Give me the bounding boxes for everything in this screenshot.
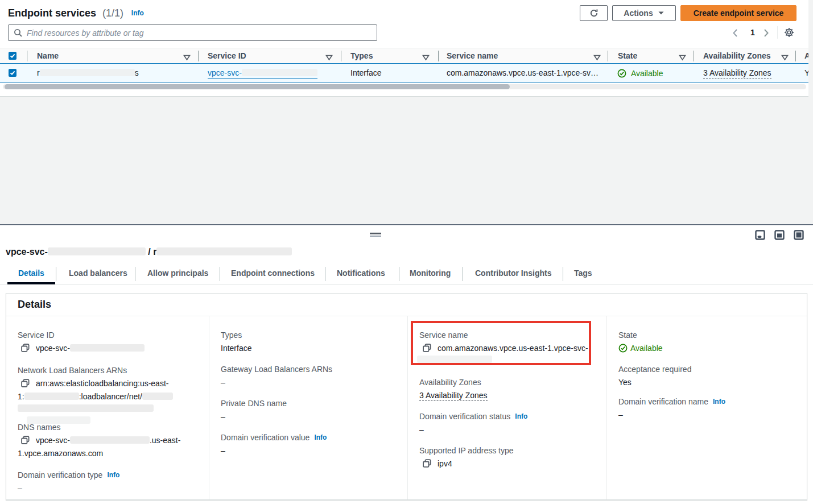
availability-zones-link[interactable]: 3 Availability Zones xyxy=(419,391,488,401)
column-header-types[interactable]: Types xyxy=(350,51,373,60)
filter-icon-name[interactable] xyxy=(183,53,191,63)
panel-size-medium-icon[interactable] xyxy=(774,230,785,240)
field-service-id: Service ID vpce-svc- xyxy=(18,330,197,356)
tab-monitoring[interactable]: Monitoring xyxy=(410,268,451,278)
panel-size-large-icon[interactable] xyxy=(794,230,804,240)
redacted-text xyxy=(70,344,145,352)
column-divider[interactable] xyxy=(795,51,796,61)
horizontal-scrollbar-thumb[interactable] xyxy=(5,84,510,89)
tab-contributor-insights[interactable]: Contributor Insights xyxy=(475,268,552,278)
filter-icon-availability-zones[interactable] xyxy=(781,53,789,63)
caret-down-icon xyxy=(658,11,665,15)
copy-icon[interactable] xyxy=(21,437,30,446)
column-divider[interactable] xyxy=(341,51,341,61)
field-dns-names: DNS names vpce-svc-.us-east-1.vpce.amazo… xyxy=(18,422,197,460)
preferences-gear-icon[interactable] xyxy=(784,27,794,39)
field-availability-zones: Availability Zones 3 Availability Zones xyxy=(419,377,595,402)
info-link[interactable]: Info xyxy=(107,471,119,479)
field-label: Availability Zones xyxy=(419,377,595,387)
tab-divider xyxy=(135,267,135,281)
copy-icon[interactable] xyxy=(21,345,30,354)
filter-icon-service-name[interactable] xyxy=(593,53,601,63)
details-heading: Details xyxy=(18,299,51,311)
copy-icon[interactable] xyxy=(21,380,30,389)
availability-zones-link[interactable]: 3 Availability Zones xyxy=(703,68,771,79)
tab-notifications[interactable]: Notifications xyxy=(337,268,385,278)
column-header-acceptance[interactable]: A xyxy=(804,51,808,60)
filter-icon-service-id[interactable] xyxy=(325,53,333,63)
actions-button[interactable]: Actions xyxy=(612,5,676,21)
tab-load-balancers[interactable]: Load balancers xyxy=(69,268,127,278)
split-panel-drag-handle[interactable] xyxy=(370,233,381,238)
field-supported-ip: Supported IP address type ipv4 xyxy=(419,445,595,471)
field-value: Interface xyxy=(221,342,396,354)
page-number[interactable]: 1 xyxy=(747,28,758,37)
copy-icon[interactable] xyxy=(423,460,431,469)
tab-divider xyxy=(220,267,220,281)
table-row[interactable]: rs vpce-svc- Interface com.amazonaws.vpc… xyxy=(0,63,808,82)
table-header: Name Service ID Types Service name State… xyxy=(0,48,808,63)
column-divider[interactable] xyxy=(694,51,694,61)
split-panel: vpce-svc- / r Details Load balancers All… xyxy=(0,224,813,504)
pagination-divider xyxy=(777,26,778,39)
info-link[interactable]: Info xyxy=(314,433,327,441)
page-title-row: Endpoint services (1/1) Info xyxy=(8,7,144,19)
previous-page-button[interactable] xyxy=(732,28,738,39)
info-link[interactable]: Info xyxy=(515,412,527,420)
create-endpoint-service-label: Create endpoint service xyxy=(694,9,784,18)
tab-tags[interactable]: Tags xyxy=(574,268,592,278)
tab-divider xyxy=(56,267,56,281)
info-link[interactable]: Info xyxy=(131,9,144,17)
refresh-icon xyxy=(589,9,599,18)
cell-service-name: com.amazonaws.vpce.us-east-1.vpce-sv… xyxy=(447,68,599,77)
column-divider[interactable] xyxy=(608,51,608,61)
redacted-text xyxy=(242,69,317,76)
details-column-3: Service name com.amazonaws.vpce.us-east-… xyxy=(408,316,607,499)
filter-icon-state[interactable] xyxy=(679,53,686,63)
field-label: Domain verification typeInfo xyxy=(18,470,197,480)
field-label: Service ID xyxy=(18,330,197,340)
field-label: Acceptance required xyxy=(618,364,795,374)
column-divider[interactable] xyxy=(198,51,199,61)
tab-allow-principals[interactable]: Allow principals xyxy=(147,268,208,278)
column-header-name[interactable]: Name xyxy=(37,51,59,60)
tab-divider xyxy=(325,267,325,281)
tab-divider xyxy=(463,267,463,281)
resource-counter: (1/1) xyxy=(102,7,123,19)
details-column-4: State Available Acceptance required Yes … xyxy=(607,316,807,499)
redacted-text xyxy=(24,393,79,400)
field-label: Service name xyxy=(419,330,595,340)
field-value: vpce-svc- xyxy=(18,342,197,356)
horizontal-scrollbar-track[interactable] xyxy=(3,84,806,89)
field-label: Network Load Balancers ARNs xyxy=(18,365,197,375)
details-card-header: Details xyxy=(6,294,807,316)
column-header-state[interactable]: State xyxy=(618,51,637,60)
panel-size-small-icon[interactable] xyxy=(755,230,765,240)
info-link[interactable]: Info xyxy=(713,398,725,406)
select-all-checkbox[interactable] xyxy=(9,52,16,60)
column-header-availability-zones[interactable]: Availability Zones xyxy=(703,51,771,60)
tab-details[interactable]: Details xyxy=(18,268,44,278)
filter-icon-types[interactable] xyxy=(422,53,430,63)
row-checkbox[interactable] xyxy=(9,69,16,77)
column-divider xyxy=(27,51,28,61)
copy-icon[interactable] xyxy=(423,345,431,354)
next-page-button[interactable] xyxy=(763,28,770,39)
column-header-service-id[interactable]: Service ID xyxy=(208,51,246,60)
column-divider[interactable] xyxy=(438,51,439,61)
column-header-service-name[interactable]: Service name xyxy=(447,51,498,60)
field-value: – xyxy=(18,482,197,494)
service-id-link[interactable]: vpce-svc- xyxy=(208,68,317,79)
details-column-2: Types Interface Gateway Load Balancers A… xyxy=(209,316,408,499)
search-input[interactable] xyxy=(27,25,377,40)
refresh-button[interactable] xyxy=(580,5,608,21)
cell-acceptance: Y xyxy=(804,68,808,77)
field-domain-verification-value: Domain verification valueInfo – xyxy=(221,432,396,457)
field-value: 3 Availability Zones xyxy=(419,390,595,402)
tab-endpoint-connections[interactable]: Endpoint connections xyxy=(231,268,315,278)
create-endpoint-service-button[interactable]: Create endpoint service xyxy=(680,5,797,21)
field-state: State Available xyxy=(618,330,795,356)
field-label: Domain verification nameInfo xyxy=(618,396,795,407)
field-value: com.amazonaws.vpce.us-east-1.vpce-svc- xyxy=(438,344,588,353)
tab-bar: Details Load balancers Allow principals … xyxy=(0,264,813,284)
